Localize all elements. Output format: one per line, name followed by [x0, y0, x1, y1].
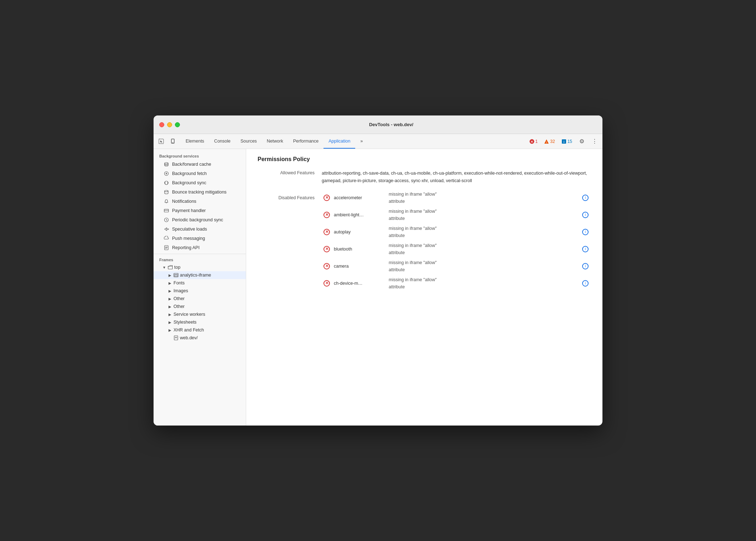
info-circle-icon[interactable]: i: [582, 229, 589, 235]
disabled-feature-name: bluetooth: [332, 247, 389, 252]
sidebar-tree-xhr[interactable]: ▶ XHR and Fetch: [154, 326, 246, 334]
error-count: 1: [535, 139, 538, 144]
sidebar-tree-webdev[interactable]: web.dev/: [154, 334, 246, 342]
disabled-feature-info-link[interactable]: i: [580, 212, 591, 218]
disabled-feature-info-link[interactable]: i: [580, 280, 591, 287]
sidebar: Background services Back/forward cache B…: [154, 149, 246, 426]
bell-icon: [164, 199, 169, 204]
analytics-arrow: ▶: [168, 273, 172, 277]
other2-arrow: ▶: [168, 304, 172, 309]
push-messaging-label: Push messaging: [172, 236, 205, 241]
allowed-features-label: Allowed Features: [258, 170, 322, 175]
minimize-button[interactable]: [167, 122, 172, 127]
stylesheets-label: Stylesheets: [174, 320, 197, 325]
disabled-feature-row: ✕cameramissing in iframe "allow"attribut…: [258, 259, 591, 273]
service-workers-label: Service workers: [174, 312, 205, 317]
tab-application[interactable]: Application: [323, 134, 355, 149]
disabled-features-label: Disabled Features: [258, 195, 322, 200]
svg-point-9: [165, 163, 168, 164]
tab-elements[interactable]: Elements: [181, 134, 209, 149]
disabled-feature-error-icon: ✕: [323, 195, 330, 201]
tab-more[interactable]: »: [355, 134, 368, 149]
svg-marker-15: [165, 228, 169, 231]
sidebar-tree-images[interactable]: ▶ Images: [154, 287, 246, 295]
phone-icon: [170, 139, 176, 144]
sidebar-tree-analytics-iframe[interactable]: ▶ analytics-iframe: [154, 271, 246, 279]
webdev-doc-icon: [174, 335, 178, 340]
info-circle-icon[interactable]: i: [582, 280, 589, 287]
info-circle-icon[interactable]: i: [582, 212, 589, 218]
disabled-feature-info-link[interactable]: i: [580, 246, 591, 252]
sidebar-item-background-sync[interactable]: Background sync: [154, 178, 246, 187]
speculative-loads-label: Speculative loads: [172, 227, 207, 232]
svg-text:✕: ✕: [530, 140, 533, 144]
disabled-feature-error-icon: ✕: [323, 212, 330, 218]
xhr-arrow: ▶: [168, 328, 172, 332]
inspect-element-button[interactable]: [156, 136, 166, 146]
maximize-button[interactable]: [175, 122, 180, 127]
svg-rect-23: [175, 275, 177, 277]
sidebar-tree-top[interactable]: ▼ top: [154, 263, 246, 271]
error-icon-col: ✕: [322, 246, 332, 252]
tab-performance[interactable]: Performance: [288, 134, 324, 149]
clock-icon: [164, 217, 169, 223]
tab-console[interactable]: Console: [209, 134, 235, 149]
disabled-feature-error-icon: ✕: [323, 280, 330, 287]
info-circle-icon[interactable]: i: [582, 246, 589, 252]
settings-button[interactable]: ⚙: [577, 136, 587, 146]
sidebar-tree-stylesheets[interactable]: ▶ Stylesheets: [154, 318, 246, 326]
sidebar-item-payment-handler[interactable]: Payment handler: [154, 206, 246, 215]
card-icon: [164, 208, 169, 213]
webdev-label: web.dev/: [180, 335, 198, 340]
error-icon-col: ✕: [322, 263, 332, 269]
disabled-feature-name: ch-device-m…: [332, 281, 389, 286]
disabled-feature-row: ✕bluetoothmissing in iframe "allow"attri…: [258, 242, 591, 256]
disabled-feature-name: ambient-light…: [332, 212, 389, 217]
sidebar-item-notifications[interactable]: Notifications: [154, 197, 246, 206]
cursor-icon: [159, 139, 164, 144]
doc-icon: [164, 245, 169, 251]
info-badge: i 15: [560, 138, 574, 145]
bounce-tracking-label: Bounce tracking mitigations: [172, 190, 227, 195]
sidebar-item-back-forward-cache[interactable]: Back/forward cache: [154, 160, 246, 169]
info-circle-icon[interactable]: i: [582, 195, 589, 201]
info-circle-icon[interactable]: i: [582, 263, 589, 269]
frame-icon: [174, 273, 178, 278]
info-count: 15: [568, 139, 572, 144]
more-options-button[interactable]: ⋮: [590, 136, 600, 146]
analytics-iframe-label: analytics-iframe: [180, 273, 211, 278]
sidebar-tree-other-1[interactable]: ▶ Other: [154, 295, 246, 303]
db-icon: [164, 161, 169, 167]
periodic-bg-sync-label: Periodic background sync: [172, 217, 223, 222]
fonts-label: Fonts: [174, 280, 185, 285]
content-panel: Permissions Policy Allowed Features attr…: [246, 149, 602, 426]
sidebar-item-reporting-api[interactable]: Reporting API: [154, 243, 246, 252]
tab-network[interactable]: Network: [262, 134, 288, 149]
svg-rect-20: [168, 266, 172, 269]
disabled-features-section: Disabled Features✕accelerometermissing i…: [258, 191, 591, 290]
disabled-feature-desc: missing in iframe "allow"attribute: [389, 208, 580, 222]
error-icon-col: ✕: [322, 212, 332, 218]
disabled-feature-desc: missing in iframe "allow"attribute: [389, 259, 580, 273]
disabled-feature-row: ✕ambient-light…missing in iframe "allow"…: [258, 208, 591, 222]
svg-rect-2: [172, 143, 174, 143]
close-button[interactable]: [159, 122, 164, 127]
title-bar: DevTools - web.dev/: [154, 115, 602, 134]
policy-table: Allowed Features attribution-reporting, …: [258, 170, 591, 290]
sidebar-tree-other-2[interactable]: ▶ Other: [154, 303, 246, 310]
sidebar-tree-fonts[interactable]: ▶ Fonts: [154, 279, 246, 287]
sidebar-item-bounce-tracking[interactable]: Bounce tracking mitigations: [154, 187, 246, 197]
sidebar-tree-service-workers[interactable]: ▶ Service workers: [154, 310, 246, 318]
sidebar-item-periodic-bg-sync[interactable]: Periodic background sync: [154, 215, 246, 225]
sidebar-item-speculative-loads[interactable]: Speculative loads: [154, 225, 246, 234]
window-title: DevTools - web.dev/: [186, 122, 597, 127]
tab-sources[interactable]: Sources: [235, 134, 262, 149]
sidebar-item-background-fetch[interactable]: Background fetch: [154, 169, 246, 178]
sidebar-item-push-messaging[interactable]: Push messaging: [154, 234, 246, 243]
disabled-feature-info-link[interactable]: i: [580, 195, 591, 201]
other2-label: Other: [174, 304, 185, 309]
disabled-feature-info-link[interactable]: i: [580, 229, 591, 235]
error-icon: ✕: [529, 139, 534, 144]
disabled-feature-info-link[interactable]: i: [580, 263, 591, 269]
device-toolbar-button[interactable]: [168, 136, 178, 146]
